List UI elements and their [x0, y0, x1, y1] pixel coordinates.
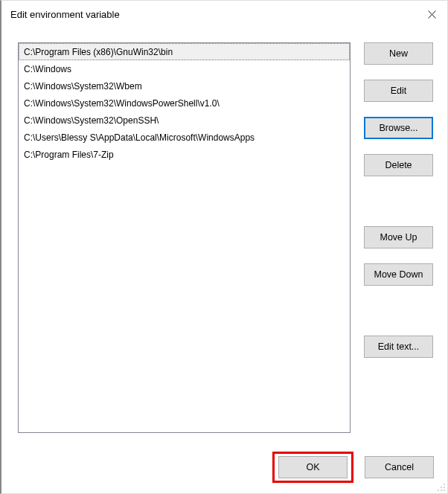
list-item[interactable]: C:\Program Files\7-Zip — [19, 146, 350, 163]
list-item[interactable]: C:\Windows\System32\Wbem — [19, 77, 350, 94]
list-item[interactable]: C:\Windows\System32\OpenSSH\ — [19, 112, 350, 129]
svg-point-7 — [438, 490, 439, 491]
ok-button[interactable]: OK — [278, 456, 348, 478]
resize-grip-icon[interactable] — [437, 483, 446, 492]
new-button[interactable]: New — [364, 42, 433, 65]
side-button-panel: New Edit Browse... Delete Move Up Move D… — [364, 42, 434, 437]
dialog-title: Edit environment variable — [10, 9, 120, 20]
list-item[interactable]: C:\Windows\System32\WindowsPowerShell\v1… — [19, 94, 350, 112]
svg-point-5 — [444, 490, 445, 491]
move-up-button[interactable]: Move Up — [364, 226, 433, 248]
cancel-button[interactable]: Cancel — [365, 456, 434, 478]
browse-button[interactable]: Browse... — [364, 117, 433, 139]
path-listbox[interactable]: C:\Program Files (x86)\GnuWin32\binC:\Wi… — [18, 42, 351, 433]
delete-button[interactable]: Delete — [364, 154, 433, 176]
move-down-button[interactable]: Move Down — [364, 263, 433, 286]
edit-button[interactable]: Edit — [364, 80, 433, 102]
svg-point-4 — [441, 487, 442, 488]
ok-highlight: OK — [272, 452, 353, 483]
edit-text-button[interactable]: Edit text... — [364, 336, 433, 358]
dialog-action-bar: OK Cancel — [1, 444, 447, 493]
close-button[interactable] — [426, 9, 437, 19]
svg-point-6 — [441, 490, 442, 491]
list-item[interactable]: C:\Users\Blessy S\AppData\Local\Microsof… — [19, 129, 350, 146]
svg-point-3 — [444, 487, 445, 488]
list-item[interactable]: C:\Windows — [19, 60, 350, 77]
title-bar: Edit environment variable — [1, 1, 447, 28]
dialog-window: Edit environment variable C:\Program Fil… — [0, 0, 448, 494]
close-icon — [428, 10, 436, 19]
dialog-content: C:\Program Files (x86)\GnuWin32\binC:\Wi… — [1, 28, 447, 444]
list-item[interactable]: C:\Program Files (x86)\GnuWin32\bin — [19, 43, 350, 60]
svg-point-2 — [444, 484, 445, 485]
